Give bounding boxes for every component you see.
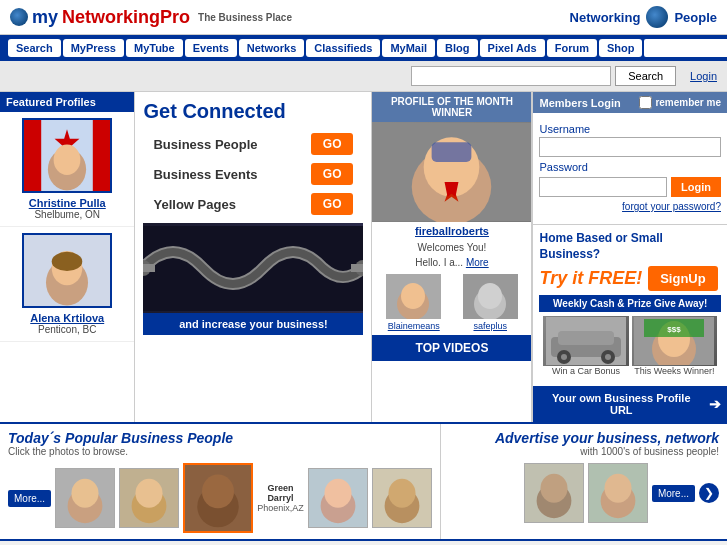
members-login-column: Members Login remember me Username Passw… bbox=[533, 92, 727, 422]
svg-point-47 bbox=[202, 475, 234, 509]
profile-card-2: Alena Krtilova Penticon, BC bbox=[0, 227, 134, 342]
gc-business-people-btn[interactable]: GO bbox=[311, 133, 354, 155]
person-thumb-5[interactable] bbox=[372, 468, 432, 528]
advertise-people-row: More... ❯ bbox=[449, 463, 719, 523]
nav-shop[interactable]: Shop bbox=[599, 39, 643, 57]
adv-person-1[interactable] bbox=[524, 463, 584, 523]
arrow-right-icon: ➔ bbox=[709, 396, 721, 412]
try-free-text: Try it FREE! bbox=[539, 268, 642, 289]
get-connected-section: Get Connected Business People GO Busines… bbox=[135, 92, 372, 422]
profile-img-1 bbox=[22, 118, 112, 193]
small-profile-img-1 bbox=[386, 274, 441, 319]
svg-point-59 bbox=[604, 474, 631, 503]
popular-more-btn[interactable]: More... bbox=[8, 490, 51, 507]
networking-globe-icon bbox=[646, 6, 668, 28]
svg-text:$$$: $$$ bbox=[668, 325, 682, 334]
svg-point-9 bbox=[52, 252, 83, 271]
small-profile-name-1[interactable]: Blainemeans bbox=[376, 321, 451, 331]
nav-pixelads[interactable]: Pixel Ads bbox=[480, 39, 545, 57]
small-profile-name-2[interactable]: safeplus bbox=[453, 321, 528, 331]
profile-name-1[interactable]: Christine Pulla bbox=[6, 197, 128, 209]
person-thumb-4[interactable] bbox=[308, 468, 368, 528]
signup-button[interactable]: SignUp bbox=[648, 266, 718, 291]
get-connected-title: Get Connected bbox=[143, 100, 363, 123]
adv-person-2[interactable] bbox=[588, 463, 648, 523]
prize-img-car bbox=[543, 316, 628, 366]
advertise-more-btn[interactable]: More... bbox=[652, 485, 695, 502]
navbar-search-input[interactable] bbox=[644, 39, 727, 57]
business-profile-url-btn[interactable]: Your own Business Profile URL ➔ bbox=[533, 386, 727, 422]
svg-rect-29 bbox=[558, 331, 614, 345]
header-people-text: People bbox=[674, 10, 717, 25]
nav-mypress[interactable]: MyPress bbox=[63, 39, 124, 57]
person-thumb-3-highlighted[interactable] bbox=[183, 463, 253, 533]
remember-me-checkbox[interactable] bbox=[639, 96, 652, 109]
nav-events[interactable]: Events bbox=[185, 39, 237, 57]
secondary-search-bar: Search Login bbox=[0, 61, 727, 92]
svg-point-23 bbox=[401, 283, 425, 309]
gc-business-events-label: Business Events bbox=[153, 167, 257, 182]
cable-image bbox=[143, 223, 363, 313]
password-field-wrapper: Password Login bbox=[539, 161, 721, 197]
more-link[interactable]: More bbox=[466, 257, 489, 268]
gc-yellow-pages-btn[interactable]: GO bbox=[311, 193, 354, 215]
nav-classifieds[interactable]: Classifieds bbox=[306, 39, 380, 57]
secondary-search-button[interactable]: Search bbox=[615, 66, 676, 86]
username-input[interactable] bbox=[539, 137, 721, 157]
featured-profiles-column: Featured Profiles Christine Pulla Shelbu bbox=[0, 92, 135, 422]
svg-point-50 bbox=[324, 479, 351, 508]
nav-search[interactable]: Search bbox=[8, 39, 61, 57]
nav-mytube[interactable]: MyTube bbox=[126, 39, 183, 57]
testimonials-section: Testimonials "What a great Home Business… bbox=[0, 539, 727, 545]
header-right: Networking People bbox=[570, 6, 717, 28]
header-networking-text: Networking bbox=[570, 10, 641, 25]
advertise-subtitle: with 1000's of business people! bbox=[449, 446, 719, 457]
advertise-column: Advertise your business, network with 10… bbox=[441, 424, 727, 539]
profile-month-name[interactable]: fireballroberts bbox=[372, 222, 531, 240]
profile-month-msg: Welcomes You! bbox=[372, 240, 531, 255]
prize-images-row: Win a Car Bonus $$$ This Weeks Winner! bbox=[539, 312, 721, 380]
car-bonus-label: Win a Car Bonus bbox=[543, 366, 628, 376]
gc-yellow-pages-row: Yellow Pages GO bbox=[143, 193, 363, 215]
person-thumb-1[interactable] bbox=[55, 468, 115, 528]
login-link[interactable]: Login bbox=[690, 70, 717, 82]
members-login-header-bar: Members Login remember me bbox=[533, 92, 727, 113]
svg-rect-1 bbox=[24, 120, 41, 192]
password-label: Password bbox=[539, 161, 721, 173]
nav-blog[interactable]: Blog bbox=[437, 39, 477, 57]
nav-mymail[interactable]: MyMail bbox=[382, 39, 435, 57]
winner-label: This Weeks Winner! bbox=[632, 366, 717, 376]
advertise-title: Advertise your business, network bbox=[449, 430, 719, 446]
svg-rect-2 bbox=[93, 120, 110, 192]
nav-networks[interactable]: Networks bbox=[239, 39, 305, 57]
business-profile-url-text: Your own Business Profile URL bbox=[539, 392, 703, 416]
password-input[interactable] bbox=[539, 177, 667, 197]
gc-business-events-btn[interactable]: GO bbox=[311, 163, 354, 185]
logo-globe-icon bbox=[10, 8, 28, 26]
advertise-arrow-btn[interactable]: ❯ bbox=[699, 483, 719, 503]
people-row: More... Green Darryl Phoenix,AZ bbox=[8, 463, 432, 533]
svg-point-44 bbox=[136, 479, 163, 508]
gc-business-people-label: Business People bbox=[153, 137, 257, 152]
person-thumb-2[interactable] bbox=[119, 468, 179, 528]
remember-me-area: remember me bbox=[639, 96, 721, 109]
gc-yellow-pages-label: Yellow Pages bbox=[153, 197, 235, 212]
username-field: Username bbox=[539, 123, 721, 157]
nav-forum[interactable]: Forum bbox=[547, 39, 597, 57]
profile-month-submsg: Hello. I a... More bbox=[372, 255, 531, 270]
login-button[interactable]: Login bbox=[671, 177, 721, 197]
username-label: Username bbox=[539, 123, 721, 135]
secondary-search-input[interactable] bbox=[411, 66, 611, 86]
svg-rect-13 bbox=[143, 264, 155, 272]
logo[interactable]: myNetworkingPro The Business Place bbox=[10, 7, 292, 28]
featured-person-info: Green Darryl Phoenix,AZ bbox=[257, 483, 304, 513]
remember-me-label: remember me bbox=[655, 97, 721, 108]
top-videos-button[interactable]: TOP VIDEOS bbox=[372, 335, 531, 361]
main-content: Featured Profiles Christine Pulla Shelbu bbox=[0, 92, 727, 422]
svg-point-41 bbox=[72, 479, 99, 508]
logo-tagline: The Business Place bbox=[198, 12, 292, 23]
profile-location-1: Shelbume, ON bbox=[6, 209, 128, 220]
svg-point-53 bbox=[388, 479, 415, 508]
profile-name-2[interactable]: Alena Krtilova bbox=[6, 312, 128, 324]
forgot-password-link[interactable]: forgot your password? bbox=[539, 201, 721, 212]
